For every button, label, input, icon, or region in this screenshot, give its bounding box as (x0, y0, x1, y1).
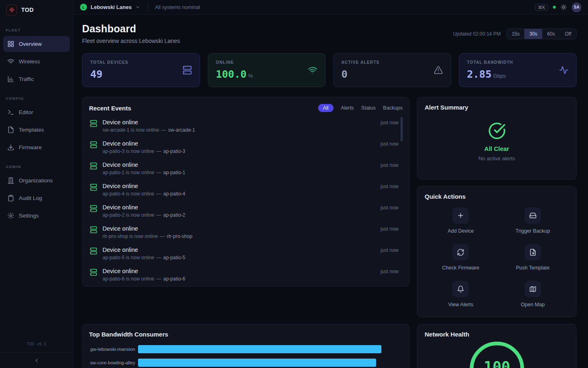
event-row[interactable]: Device online rtr-pro-shop is now online… (89, 222, 403, 243)
event-separator: — (156, 255, 161, 260)
refresh-option-30s[interactable]: 30s (524, 29, 542, 39)
gear-icon (7, 212, 14, 219)
stat-label: TOTAL BANDWIDTH (467, 60, 513, 65)
refresh-option-off[interactable]: Off (560, 29, 576, 39)
org-avatar: L (80, 4, 87, 11)
sidebar-item-overview[interactable]: Overview (3, 36, 70, 52)
right-column: Alert Summary All Clear No active alerts… (417, 97, 577, 317)
server-icon (90, 226, 97, 233)
command-palette-shortcut[interactable]: ⌘K (535, 4, 548, 11)
server-icon (90, 184, 97, 191)
event-row[interactable]: Device online ap-patio-3 is now online—a… (89, 137, 403, 158)
event-time: just now (381, 226, 399, 232)
event-time: just now (381, 184, 399, 189)
sidebar-item-audit-log[interactable]: Audit Log (3, 190, 70, 206)
wifi-icon (308, 65, 317, 75)
filter-all[interactable]: All (318, 104, 334, 112)
alert-summary-title: Alert Summary (425, 104, 569, 111)
quick-action-label: Trigger Backup (516, 228, 550, 234)
org-switcher[interactable]: Lebowski Lanes (91, 4, 131, 10)
push-template-button[interactable]: Push Template (497, 244, 569, 271)
wifi-icon (7, 58, 14, 65)
plus-icon (452, 207, 469, 224)
dashboard-grid: Recent Events All Alerts Status Backups (82, 97, 577, 368)
sidebar-item-settings[interactable]: Settings (3, 208, 70, 224)
download-icon (7, 144, 14, 151)
logo-diamond-icon (6, 4, 17, 16)
health-gauge: 100 (425, 340, 569, 368)
quick-action-label: Push Template (516, 265, 550, 271)
event-row[interactable]: Device online ap-patio-1 is now online—a… (89, 158, 403, 179)
add-device-button[interactable]: Add Device (425, 207, 497, 234)
check-firmware-button[interactable]: Check Firmware (425, 244, 497, 271)
filter-alerts[interactable]: Alerts (341, 105, 354, 111)
theme-toggle-sun-icon[interactable] (561, 4, 567, 10)
sidebar-collapse-button[interactable] (0, 352, 73, 368)
server-icon (90, 247, 97, 255)
sidebar-item-traffic[interactable]: Traffic (3, 71, 70, 87)
sidebar-item-label: Wireless (19, 58, 40, 65)
status-dot (553, 6, 556, 9)
system-status-text: All systems nominal (155, 4, 200, 10)
bandwidth-row: gw-lebowski-mansion (89, 345, 403, 353)
sidebar-item-organizations[interactable]: Organizations (3, 173, 70, 188)
event-time: just now (381, 141, 399, 147)
events-scrollbar[interactable] (401, 117, 403, 141)
alert-status-text: All Clear (484, 145, 509, 152)
event-row[interactable]: Device online just now (89, 285, 403, 287)
open-map-button[interactable]: Open Map (497, 281, 569, 307)
events-list[interactable]: Device online sw-arcade-1 is now online—… (89, 115, 403, 287)
stat-value: 2.85 (467, 68, 492, 80)
event-separator: — (156, 212, 161, 218)
section-label-admin: ADMIN (0, 156, 73, 172)
event-row[interactable]: Device online ap-patio-5 is now online—a… (89, 243, 403, 264)
view-alerts-button[interactable]: View Alerts (425, 281, 497, 307)
event-time: just now (381, 247, 399, 253)
app-root: TOD FLEET Overview Wireless Traffic CONF… (0, 0, 588, 368)
user-avatar[interactable]: SA (572, 2, 581, 12)
event-row[interactable]: Device online ap-patio-6 is now online—a… (89, 264, 403, 285)
sidebar-item-editor[interactable]: Editor (3, 104, 70, 120)
server-icon (90, 120, 97, 127)
event-separator: — (161, 127, 166, 133)
filter-backups[interactable]: Backups (383, 105, 403, 111)
page-subtitle: Fleet overview across Lebowski Lanes (82, 38, 180, 44)
filter-status[interactable]: Status (361, 105, 376, 111)
refresh-option-15s[interactable]: 15s (507, 29, 524, 39)
refresh-interval-control: 15s 30s 60s Off (506, 29, 577, 39)
event-detail: ap-patio-5 is now online (102, 255, 154, 260)
bandwidth-bar (138, 345, 381, 353)
quick-actions-title: Quick Actions (425, 193, 466, 200)
chevron-down-icon[interactable] (135, 4, 140, 10)
clipboard-icon (7, 195, 14, 202)
event-detail: ap-patio-6 is now online (102, 276, 154, 282)
sidebar-item-wireless[interactable]: Wireless (3, 54, 70, 70)
activity-icon (559, 65, 568, 75)
event-device: ap-patio-3 (163, 148, 185, 154)
check-circle-icon (488, 122, 506, 140)
sidebar-item-label: Templates (19, 127, 44, 133)
stats-row: TOTAL DEVICES 49 ONLINE 100.0% ACTIVE AL… (82, 53, 577, 87)
event-detail: ap-patio-2 is now online (102, 212, 154, 218)
section-label-config: CONFIG (0, 88, 73, 103)
event-time: just now (381, 269, 399, 274)
grid-icon (7, 40, 14, 47)
sidebar-item-firmware[interactable]: Firmware (3, 139, 70, 155)
stat-unit: Gbps (493, 73, 506, 79)
refresh-option-60s[interactable]: 60s (542, 29, 560, 39)
event-row[interactable]: Device online ap-patio-2 is now online—a… (89, 200, 403, 222)
event-detail: sw-arcade-1 is now online (102, 127, 159, 133)
event-title: Device online (102, 183, 375, 189)
event-title: Device online (102, 140, 375, 147)
event-row[interactable]: Device online sw-arcade-1 is now online—… (89, 115, 403, 137)
quick-action-label: Open Map (521, 302, 545, 307)
sidebar-item-templates[interactable]: Templates (3, 122, 70, 138)
sidebar-item-label: Editor (19, 109, 33, 115)
trigger-backup-button[interactable]: Trigger Backup (497, 207, 569, 234)
event-row[interactable]: Device online ap-patio-4 is now online—a… (89, 179, 403, 200)
alert-summary-card: Alert Summary All Clear No active alerts (417, 97, 577, 180)
recent-events-title: Recent Events (89, 105, 131, 112)
stat-card-active-alerts: ACTIVE ALERTS 0 (333, 53, 451, 87)
event-device: ap-patio-6 (163, 276, 185, 282)
stat-card-total-devices: TOTAL DEVICES 49 (82, 53, 200, 87)
